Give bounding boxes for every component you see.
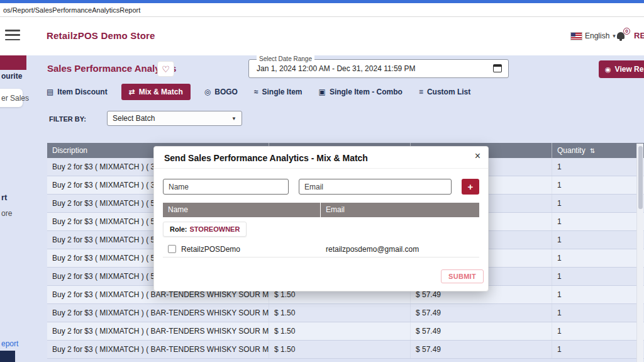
hamburger-bar (5, 30, 20, 31)
role-badge: Role: STOREOWNER (163, 222, 247, 237)
cell-quantity: 1 (552, 322, 644, 340)
cell-quantity: 1 (552, 304, 644, 322)
send-report-modal: Send Sales Performance Analytics - Mix &… (153, 146, 489, 291)
notifications-button[interactable]: 0 (615, 28, 630, 43)
sidebar-item-store[interactable]: ore (1, 209, 12, 218)
batch-select[interactable]: Select Batch ▼ (107, 111, 242, 126)
sidebar-footer-block (0, 351, 15, 362)
language-label: English (585, 31, 609, 40)
single-item-icon: ≈ (254, 88, 258, 96)
role-label: Role: (170, 225, 187, 233)
cell-amount: $ 57.49 (410, 304, 552, 322)
table-scrollbar[interactable] (636, 144, 643, 362)
recipient-email-column-header: Email (321, 203, 479, 217)
dropdown-arrow-icon: ▼ (231, 116, 236, 122)
quantity-header-label: Quantity (557, 146, 586, 155)
cell-quantity: 1 (552, 249, 644, 267)
item-discount-icon: ▤ (47, 88, 53, 96)
tab-label: Item Discount (57, 88, 107, 96)
recipient-email: retailzposdemo@gmail.com (321, 245, 419, 254)
custom-list-icon: ≡ (419, 88, 423, 96)
cell-quantity: 1 (552, 268, 644, 285)
sidebar-link-report[interactable]: eport (1, 339, 18, 348)
recipient-email-input[interactable] (299, 179, 452, 195)
cell-amount: $ 57.49 (410, 322, 552, 340)
us-flag-icon (571, 33, 582, 40)
table-row: Buy 2 for $3 ( MIXMATCH ) ( BAR-TENDERS … (47, 341, 644, 359)
tab-label: BOGO (214, 88, 238, 96)
cell-quantity: 1 (552, 231, 644, 249)
date-range-label: Select Date Range (257, 55, 314, 62)
table-row: Buy 2 for $3 ( MIXMATCH ) ( BAR-TENDERS … (47, 304, 644, 322)
tab-custom-list[interactable]: ≡ Custom List (416, 84, 473, 100)
language-selector[interactable]: English ▾ (571, 31, 616, 40)
cell-quantity: 1 (552, 195, 644, 212)
tab-item-discount[interactable]: ▤ Item Discount (44, 84, 110, 100)
cell-price: $ 1.50 (269, 322, 410, 340)
view-report-button[interactable]: ◉ View Rep (599, 60, 644, 78)
recipient-row: RetailzPOSDemo retailzposdemo@gmail.com (163, 241, 479, 257)
recipient-list-header: Name Email (163, 203, 479, 217)
single-item-combo-icon: ▣ (319, 88, 326, 96)
tab-single-item[interactable]: ≈ Single Item (252, 84, 305, 100)
heart-icon: ♡ (162, 64, 170, 74)
sidebar-item-master-sales[interactable]: er Sales (1, 94, 29, 103)
recipient-name-input[interactable] (163, 179, 289, 195)
cell-description: Buy 2 for $3 ( MIXMATCH ) ( BAR-TENDERS … (47, 341, 269, 358)
close-icon[interactable]: × (475, 150, 480, 162)
header-user-fragment[interactable]: RE (634, 31, 644, 40)
recipient-name: RetailzPOSDemo (181, 245, 321, 254)
cell-amount: $ 57.49 (410, 341, 552, 358)
role-value: STOREOWNER (190, 225, 240, 233)
cell-quantity: 1 (552, 341, 644, 358)
add-recipient-button[interactable]: + (462, 179, 479, 195)
tab-label: Mix & Match (139, 88, 183, 96)
tab-label: Single Item - Combo (330, 88, 402, 96)
recipient-name-column-header: Name (163, 203, 321, 217)
sidebar-highlight (0, 55, 26, 70)
tab-label: Single Item (262, 88, 303, 96)
notification-badge: 0 (623, 28, 630, 35)
cell-description: Buy 2 for $3 ( MIXMATCH ) ( BAR-TENDERS … (47, 304, 269, 322)
favorite-button[interactable]: ♡ (157, 61, 174, 77)
date-range-value: Jan 1, 2024 12:00 AM - Dec 31, 2024 11:5… (257, 64, 416, 73)
cell-quantity: 1 (552, 286, 644, 303)
hamburger-bar (5, 39, 20, 41)
mix-match-icon: ⇄ (129, 88, 135, 96)
column-header-quantity[interactable]: Quantity ⇅ (552, 143, 644, 158)
eye-icon: ◉ (605, 65, 611, 74)
hamburger-bar (5, 34, 20, 36)
tab-single-item-combo[interactable]: ▣ Single Item - Combo (316, 84, 405, 100)
report-tabs: ▤ Item Discount ⇄ Mix & Match ◎ BOGO ≈ S… (44, 82, 473, 101)
tab-label: Custom List (427, 88, 470, 96)
submit-button[interactable]: SUBMIT (441, 269, 484, 283)
cell-quantity: 1 (552, 158, 644, 176)
cell-price: $ 1.50 (269, 304, 410, 322)
cell-quantity: 1 (552, 176, 644, 194)
filter-by-label: FILTER BY: (49, 115, 86, 123)
url-text: os/Report/SalesPerformanceAnalyticsRepor… (3, 6, 140, 14)
cell-quantity: 1 (552, 213, 644, 230)
recipient-checkbox[interactable] (168, 245, 176, 253)
cell-price: $ 1.50 (269, 341, 410, 358)
tab-bogo[interactable]: ◎ BOGO (202, 84, 240, 100)
cell-description: Buy 2 for $3 ( MIXMATCH ) ( BAR-TENDERS … (47, 322, 269, 340)
scrollbar-thumb[interactable] (638, 146, 643, 209)
sidebar-item-report[interactable]: rt (1, 193, 7, 202)
sort-icon: ⇅ (590, 147, 595, 154)
view-report-label: View Rep (615, 65, 644, 74)
sidebar-item-favourite[interactable]: ourite (1, 72, 22, 81)
menu-toggle-button[interactable] (5, 30, 20, 40)
bogo-icon: ◎ (204, 88, 211, 96)
modal-title: Send Sales Performance Analytics - Mix &… (164, 153, 368, 163)
store-name: RetailzPOS Demo Store (47, 30, 155, 41)
batch-select-value: Select Batch (113, 114, 155, 123)
table-row: Buy 2 for $3 ( MIXMATCH ) ( BAR-TENDERS … (47, 322, 644, 341)
address-bar[interactable]: os/Report/SalesPerformanceAnalyticsRepor… (0, 3, 644, 17)
tab-mix-and-match[interactable]: ⇄ Mix & Match (121, 84, 191, 100)
modal-divider (154, 168, 488, 169)
calendar-icon (493, 64, 502, 72)
app-window: os/Report/SalesPerformanceAnalyticsRepor… (0, 0, 644, 362)
